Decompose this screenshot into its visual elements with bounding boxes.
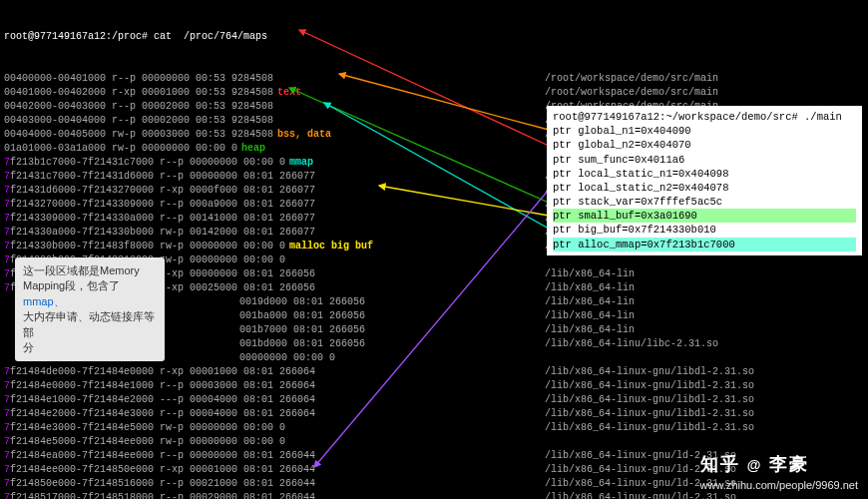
- map-row: 7f21484e0000-7f21484e1000r--p0000300008:…: [4, 379, 864, 393]
- map-row: 7f21484e2000-7f21484e3000r--p0000400008:…: [4, 407, 864, 421]
- program-output-row: ptr global_n1=0x404090: [553, 124, 856, 138]
- map-row: 7f21484e1000-7f21484e2000---p0000400008:…: [4, 393, 864, 407]
- map-row: 7f21484e3000-7f21484e5000rw-p0000000000:…: [4, 421, 864, 435]
- watermark: 知乎 @ 李豪 www.zhihu.com/people/9969.net: [700, 452, 858, 493]
- map-row: 00400000-00401000r--p0000000000:53928450…: [4, 72, 864, 86]
- command-prompt: root@977149167a12:/proc# cat /proc/764/m…: [4, 30, 864, 44]
- program-output-row: ptr alloc_mmap=0x7f213b1c7000: [553, 238, 856, 251]
- program-output-row: ptr global_n2=0x404070: [553, 138, 856, 152]
- segment-label-text: text: [277, 86, 301, 100]
- program-output-row: ptr small_buf=0x3a01690: [553, 209, 856, 223]
- map-row: 7f21484de000-7f21484e0000r-xp0000100008:…: [4, 365, 864, 379]
- map-row: 00401000-00402000r-xp0000100000:53928450…: [4, 86, 864, 100]
- segment-label-mmap: mmap: [289, 156, 313, 170]
- program-output-row: ptr sum_func=0x4011a6: [553, 153, 856, 167]
- program-output-row: ptr local_static_n1=0x404098: [553, 167, 856, 181]
- program-output-row: ptr local_static_n2=0x404078: [553, 181, 856, 195]
- annotation-memory-mapping: 这一段区域都是Memory Mapping段，包含了mmap、 大内存申请、动态…: [15, 257, 165, 361]
- program-output-box: root@977149167a12:~/workspace/demo/src# …: [547, 106, 862, 255]
- segment-label-malloc: malloc big buf: [289, 240, 373, 253]
- segment-label-bss: bss, data: [277, 128, 331, 142]
- map-row: 7f21484e5000-7f21484ee000rw-p0000000000:…: [4, 435, 864, 449]
- segment-label-heap: heap: [241, 142, 265, 156]
- program-prompt: root@977149167a12:~/workspace/demo/src# …: [553, 110, 856, 124]
- program-output-row: ptr stack_var=0x7fffef5ac5c: [553, 195, 856, 209]
- program-output-row: ptr big_buf=0x7f214330b010: [553, 223, 856, 237]
